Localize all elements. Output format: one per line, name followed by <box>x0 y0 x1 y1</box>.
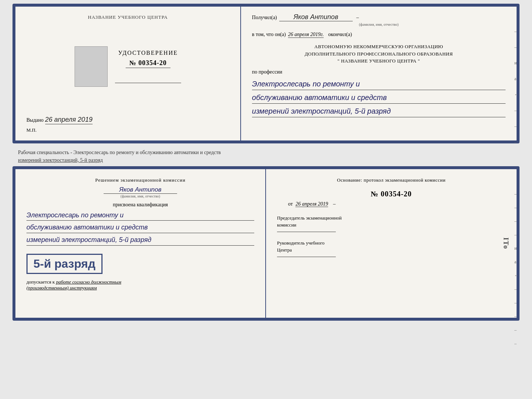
fio-value: Яков Антипов <box>294 13 338 21</box>
separator-text: Рабочая специальность - Электрослесарь п… <box>18 149 525 164</box>
org-block: АВТОНОМНУЮ НЕКОММЕРЧЕСКУЮ ОРГАНИЗАЦИЮ ДО… <box>252 43 506 65</box>
dopuskaetsya-label: допускается к <box>26 279 55 285</box>
profession-line3: измерений электростанций, 5-й разряд <box>252 105 506 117</box>
chair-sig-line <box>277 232 336 232</box>
profession-line2: обслуживанию автоматики и средств <box>252 92 506 104</box>
prisvoena-label: присвоена квалификация <box>26 202 254 208</box>
dopuskaetsya-value2: (производственным) инструкциям <box>26 285 97 291</box>
cert-bottom-left: Выдано 26 апреля 2019 М.П. <box>26 112 229 133</box>
ot-label: от <box>288 201 293 207</box>
mp-label: М.П. <box>26 127 36 133</box>
protocol-number: № 00354-20 <box>277 190 506 198</box>
side-dashes-bottom: ––––иа←––––– <box>514 191 519 346</box>
org-line3: " НАЗВАНИЕ УЧЕБНОГО ЦЕНТРА " <box>252 57 506 65</box>
certificate-top: НАЗВАНИЕ УЧЕБНОГО ЦЕНТРА УДОСТОВЕРЕНИЕ №… <box>12 4 520 143</box>
dopuskaetsya-value: работе согласно должностным <box>56 279 121 285</box>
certificate-bottom: Решением экзаменационной комиссии Яков А… <box>12 166 520 321</box>
side-dashes-top: ––иа←––– <box>514 29 519 145</box>
org-line1: АВТОНОМНУЮ НЕКОММЕРЧЕСКУЮ ОРГАНИЗАЦИЮ <box>252 43 506 50</box>
fio-hint: (фамилия, имя, отчество) <box>252 22 506 26</box>
rank-badge: 5-й разряд <box>26 254 103 274</box>
profession-line1: Электрослесарь по ремонту и <box>252 78 506 90</box>
ruk-block: Руководитель учебного Центра <box>277 239 506 257</box>
v-tom-label: в том, что он(а) <box>252 32 286 38</box>
qual-line2: обслуживанию автоматики и средств <box>26 222 254 233</box>
okonchill-date: 26 апреля 2019г. <box>288 32 324 38</box>
v-tom-line: в том, что он(а) 26 апреля 2019г. окончи… <box>252 32 506 38</box>
chair-block: Председатель экзаменационной комиссии <box>277 214 506 232</box>
cert-right-panel: Получил(а) Яков Антипов – (фамилия, имя,… <box>241 7 517 140</box>
fio-bottom: Яков Антипов <box>119 186 162 193</box>
poluchil-line: Получил(а) Яков Антипов – <box>252 13 506 21</box>
qual-line1: Электрослесарь по ремонту и <box>26 210 254 221</box>
vydano-line: Выдано 26 апреля 2019 <box>26 116 93 124</box>
cert-photo <box>75 46 108 87</box>
okonchil-label: окончил(а) <box>328 32 352 38</box>
resheniem-title: Решением экзаменационной комиссии <box>26 177 254 184</box>
separator-normal: Рабочая специальность - Электрослесарь п… <box>18 150 221 155</box>
udostoverenie-label: УДОСТОВЕРЕНИЕ <box>118 50 178 56</box>
vydano-date: 26 апреля 2019 <box>45 116 93 124</box>
cert-center: УДОСТОВЕРЕНИЕ № 00354-20 <box>75 21 181 112</box>
vydano-label: Выдано <box>26 117 44 123</box>
cert-left-panel: НАЗВАНИЕ УЧЕБНОГО ЦЕНТРА УДОСТОВЕРЕНИЕ №… <box>15 7 241 140</box>
rank-badge-container: 5-й разряд <box>26 249 254 277</box>
qual-lines-bottom: Электрослесарь по ремонту и обслуживанию… <box>26 210 254 246</box>
chair-title: Председатель экзаменационной комиссии <box>277 214 506 229</box>
fio-underline: Яков Антипов <box>279 13 353 21</box>
ot-date: 26 апреля 2019 <box>295 201 328 207</box>
ot-line: от 26 апреля 2019 – <box>277 201 506 207</box>
ruk-title: Руководитель учебного Центра <box>277 239 506 254</box>
dopuskaetsya-block: допускается к работе согласно должностны… <box>26 279 254 291</box>
cert-bottom-right-panel: Основание: протокол экзаменационной коми… <box>266 169 517 318</box>
ito-watermark: ITo <box>502 238 509 249</box>
profession-block: Электрослесарь по ремонту и обслуживанию… <box>252 76 506 117</box>
fio-block-bottom: Яков Антипов (фамилия, имя, отчество) <box>26 186 254 198</box>
ruk-sig-line <box>277 257 336 257</box>
qual-line3: измерений электростанций, 5-й разряд <box>26 235 254 246</box>
org-line2: ДОПОЛНИТЕЛЬНОГО ПРОФЕССИОНАЛЬНОГО ОБРАЗО… <box>252 50 506 58</box>
po-professii-label: по профессии <box>252 69 506 75</box>
separator-underlined: измерений электростанций, 5-й разряд <box>18 157 103 163</box>
poluchil-label: Получил(а) <box>252 15 277 21</box>
org-title-left: НАЗВАНИЕ УЧЕБНОГО ЦЕНТРА <box>88 14 168 21</box>
fio-hint-bottom: (фамилия, имя, отчество) <box>26 194 254 198</box>
cert-bottom-left-panel: Решением экзаменационной комиссии Яков А… <box>15 169 266 318</box>
cert-number: № 00354-20 <box>126 59 170 68</box>
osnov-text: Основание: протокол экзаменационной коми… <box>277 177 506 184</box>
